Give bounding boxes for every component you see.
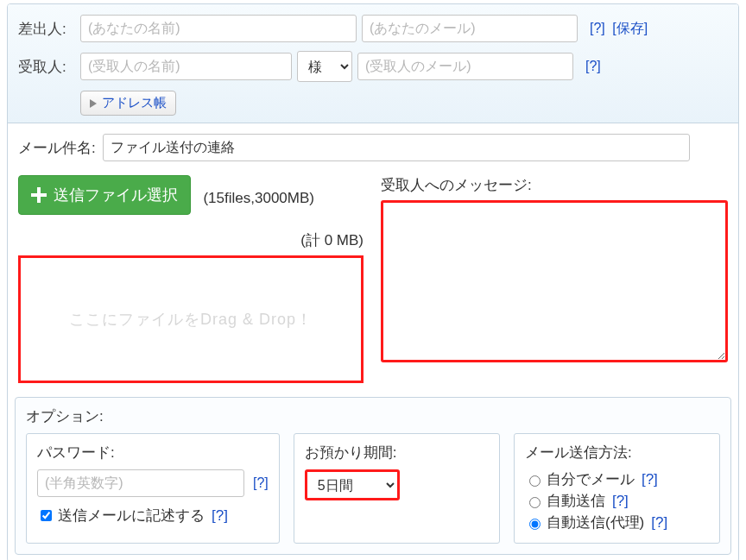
send-method-auto-radio[interactable] xyxy=(529,497,541,508)
sender-links: [?] [保存] xyxy=(586,20,648,38)
file-select-label: 送信ファイル選択 xyxy=(54,185,178,205)
dropzone-text: ここにファイルをDrag & Drop！ xyxy=(69,309,313,330)
period-box: お預かり期間: 1日間3日間5日間7日間 xyxy=(294,433,500,544)
subject-input[interactable] xyxy=(103,134,690,161)
options-columns: パスワード: [?] 送信メールに記述する [?] お預かり期間: 1日間3日間… xyxy=(26,433,720,544)
file-limit-text: (15files,3000MB) xyxy=(203,190,314,207)
total-size-value: 0 xyxy=(325,232,332,249)
recipient-mail-input[interactable] xyxy=(357,53,573,80)
recipient-label: 受取人: xyxy=(18,57,80,77)
header-area: 差出人: [?] [保存] 受取人: 様殿御中 [?] アドレス帳 xyxy=(8,4,738,123)
sender-name-input[interactable] xyxy=(80,15,357,42)
file-select-button[interactable]: 送信ファイル選択 xyxy=(18,175,191,215)
send-method-auto-label: 自動送信 xyxy=(547,491,605,511)
recipient-name-input[interactable] xyxy=(80,53,292,80)
body-area: メール件名: 送信ファイル選択 (15files,3000MB) (計 0 MB… xyxy=(8,123,738,397)
send-method-self-help[interactable]: [?] xyxy=(642,471,658,488)
sender-mail-input[interactable] xyxy=(362,15,578,42)
password-box: パスワード: [?] 送信メールに記述する [?] xyxy=(26,433,280,544)
send-method-title: メール送信方法: xyxy=(525,443,709,462)
send-method-proxy-label: 自動送信(代理) xyxy=(547,513,644,532)
options-section: オプション: パスワード: [?] 送信メールに記述する [?] お預かり期間:… xyxy=(15,397,731,555)
file-dropzone[interactable]: ここにファイルをDrag & Drop！ xyxy=(18,255,364,383)
period-title: お預かり期間: xyxy=(305,443,489,462)
send-method-box: メール送信方法: 自分でメール [?] 自動送信 [?] 自動送信(代理) [?… xyxy=(514,433,720,544)
sender-label: 差出人: xyxy=(18,19,80,39)
total-size: (計 0 MB) xyxy=(18,230,364,250)
message-column: 受取人へのメッセージ: xyxy=(381,175,728,383)
file-column: 送信ファイル選択 (15files,3000MB) (計 0 MB) ここにファ… xyxy=(18,175,364,383)
send-method-self-label: 自分でメール xyxy=(547,469,635,489)
period-select[interactable]: 1日間3日間5日間7日間 xyxy=(305,469,400,500)
send-method-auto-help[interactable]: [?] xyxy=(612,493,629,510)
address-book-label: アドレス帳 xyxy=(102,95,167,111)
password-in-mail-checkbox[interactable] xyxy=(41,510,52,521)
sender-save-link[interactable]: [保存] xyxy=(612,21,648,35)
sender-row: 差出人: [?] [保存] xyxy=(18,15,728,42)
password-input[interactable] xyxy=(37,469,244,497)
password-help-link[interactable]: [?] xyxy=(253,475,269,491)
play-icon xyxy=(90,99,97,108)
plus-icon xyxy=(31,187,47,203)
compose-form: 差出人: [?] [保存] 受取人: 様殿御中 [?] アドレス帳 xyxy=(7,3,739,560)
two-columns: 送信ファイル選択 (15files,3000MB) (計 0 MB) ここにファ… xyxy=(18,175,728,383)
options-title: オプション: xyxy=(26,406,720,426)
subject-label: メール件名: xyxy=(18,138,96,158)
message-textarea[interactable] xyxy=(381,200,728,362)
message-label: 受取人へのメッセージ: xyxy=(381,175,728,195)
subject-row: メール件名: xyxy=(18,134,728,161)
recipient-row: 受取人: 様殿御中 [?] xyxy=(18,51,728,82)
password-title: パスワード: xyxy=(37,443,269,462)
password-in-mail-label: 送信メールに記述する xyxy=(58,506,205,525)
send-method-self-radio[interactable] xyxy=(529,475,541,487)
recipient-links: [?] xyxy=(582,59,601,74)
sender-help-link[interactable]: [?] xyxy=(590,21,605,35)
address-book-button[interactable]: アドレス帳 xyxy=(80,91,176,116)
send-method-proxy-radio[interactable] xyxy=(529,519,541,530)
recipient-help-link[interactable]: [?] xyxy=(585,59,601,73)
password-in-mail-help-link[interactable]: [?] xyxy=(212,507,228,525)
honorific-select[interactable]: 様殿御中 xyxy=(297,51,352,82)
send-method-proxy-help[interactable]: [?] xyxy=(651,514,667,532)
